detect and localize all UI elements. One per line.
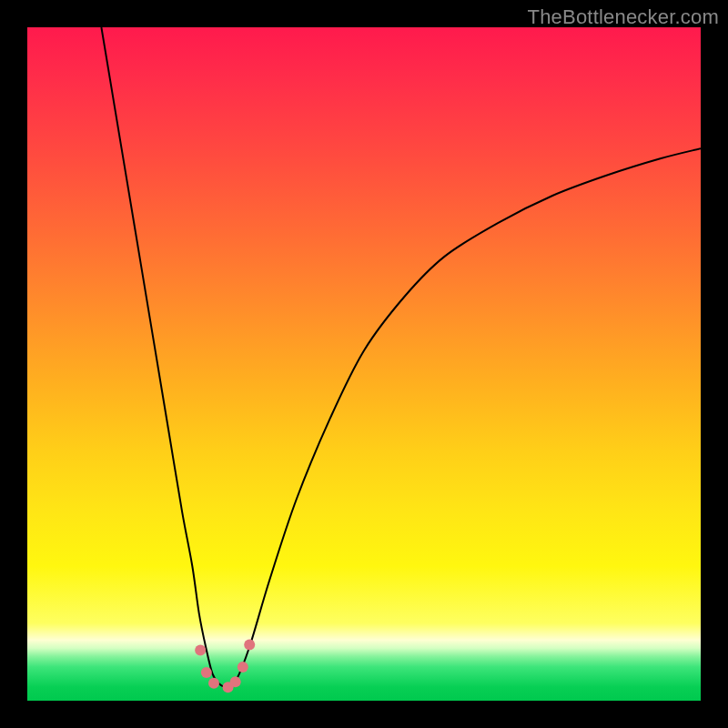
marker-pt2 [201,667,212,678]
marker-pt3 [208,678,219,689]
curve-overlay [27,27,701,701]
marker-pt6 [238,662,248,672]
watermark-label: TheBottlenecker.com [528,5,719,29]
marker-group [195,640,255,693]
plot-area [27,27,701,701]
bottleneck-curve [101,27,701,687]
chart-container: TheBottlenecker.com [0,0,728,728]
marker-pt5 [230,676,241,687]
marker-pt7 [244,640,255,651]
marker-pt1 [195,645,206,656]
